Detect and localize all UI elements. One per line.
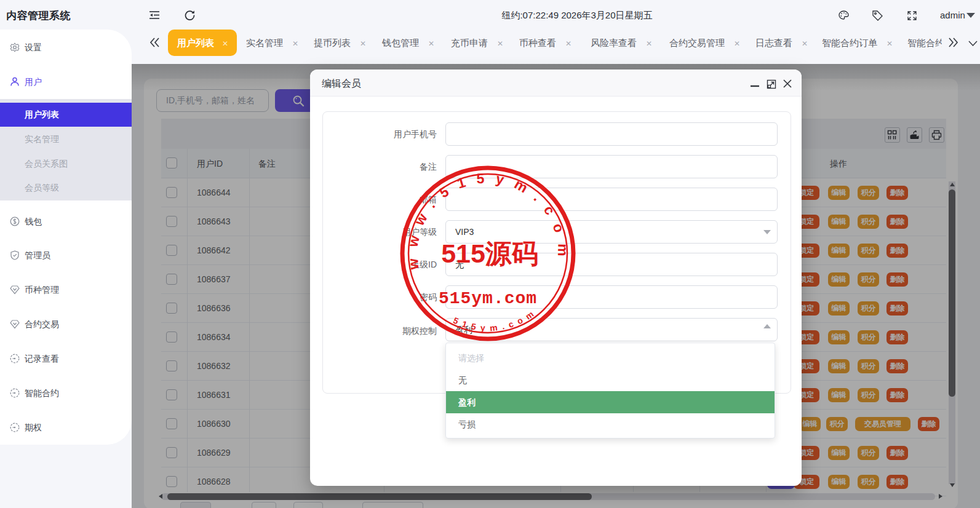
svg-text:515ym.com: 515ym.com	[439, 289, 537, 308]
svg-text:515源码: 515源码	[441, 239, 538, 268]
